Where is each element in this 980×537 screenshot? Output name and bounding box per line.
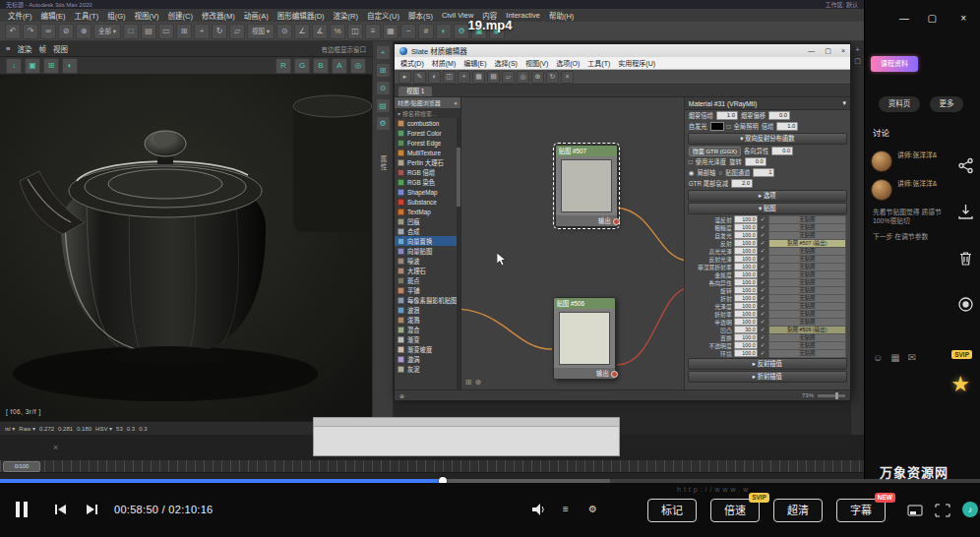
map-amount-field[interactable]: 100.0: [734, 270, 758, 279]
map-slot-button[interactable]: 无贴图: [768, 349, 846, 358]
slate-menu-item[interactable]: 模式(D): [400, 58, 424, 68]
next-button[interactable]: [87, 505, 97, 514]
move-children-icon[interactable]: +: [458, 71, 470, 84]
browser-map-item[interactable]: RGB 倍增: [395, 167, 460, 177]
map-enable-checkbox[interactable]: ✓: [760, 342, 766, 348]
map-enable-checkbox[interactable]: ✓: [760, 327, 766, 332]
monochrome-icon[interactable]: ◎: [350, 58, 366, 74]
settings-icon[interactable]: ⚙: [376, 116, 391, 131]
map-enable-checkbox[interactable]: ✓: [760, 264, 766, 269]
map-enable-checkbox[interactable]: ✓: [760, 248, 766, 254]
browser-map-item[interactable]: 波浪: [395, 305, 460, 315]
material-selector[interactable]: Material #31 (VRayMtl) ▾: [685, 97, 850, 110]
maps-rollout[interactable]: ▾ 贴图: [688, 203, 847, 214]
map-node-506[interactable]: 贴图 #506 输出: [553, 297, 616, 380]
subtitle-button[interactable]: 字幕NEW: [836, 499, 886, 522]
user-avatar[interactable]: [871, 179, 892, 201]
pick-material-icon[interactable]: ✎: [413, 71, 426, 84]
map-amount-field[interactable]: 100.0: [734, 239, 758, 248]
reflect-interp-rollout[interactable]: ▸ 反射插值: [688, 358, 847, 370]
map-amount-field[interactable]: 30.0: [734, 326, 758, 334]
map-enable-checkbox[interactable]: ✓: [760, 216, 766, 222]
channel-alpha-icon[interactable]: A: [332, 58, 347, 74]
command-panel-icon[interactable]: ▢: [854, 57, 861, 65]
node-507-title[interactable]: 贴图 #507: [556, 146, 617, 156]
map-amount-field[interactable]: 100.0: [734, 318, 758, 327]
refract-interp-rollout[interactable]: ▸ 折射插值: [688, 371, 847, 383]
layout-children-icon[interactable]: ▤: [487, 71, 500, 84]
layout-all-icon[interactable]: ▦: [472, 71, 485, 84]
fog-bias-field[interactable]: 0.0: [768, 111, 790, 120]
map-enable-checkbox[interactable]: ✓: [760, 334, 766, 340]
share-icon[interactable]: [957, 157, 974, 174]
slate-menu-item[interactable]: 选择(S): [495, 58, 518, 68]
browser-map-item[interactable]: Substance: [395, 197, 460, 207]
promo-banner[interactable]: 课程资料: [871, 56, 918, 72]
brdf-rollout[interactable]: ▾ 双向反射分布函数: [688, 133, 847, 145]
map-enable-checkbox[interactable]: ✓: [760, 224, 766, 230]
map-amount-field[interactable]: 100.0: [734, 278, 758, 287]
pan-status-icon[interactable]: ⊕: [399, 392, 404, 399]
channel-red-icon[interactable]: R: [276, 58, 291, 74]
node-506-title[interactable]: 贴图 #506: [554, 298, 615, 309]
sticker-icon[interactable]: ▦: [890, 352, 899, 363]
render-window-menu-icon[interactable]: ≡: [6, 44, 10, 53]
hide-unused-slots-icon[interactable]: ◫: [443, 71, 456, 84]
slate-titlebar[interactable]: Slate 材质编辑器 — ▢ ×: [395, 44, 850, 57]
slate-minimize-button[interactable]: —: [808, 47, 815, 55]
slate-node-view[interactable]: 贴图 #507 输出 贴图 #506 输出 ⊞⊕: [461, 97, 684, 389]
map-enable-checkbox[interactable]: ✓: [760, 303, 766, 309]
map-amount-field[interactable]: 100.0: [734, 215, 758, 224]
browser-search[interactable]: ▾ 按名称搜索...: [395, 108, 460, 118]
map-amount-field[interactable]: 100.0: [734, 286, 758, 295]
map-enable-checkbox[interactable]: ✓: [760, 295, 766, 301]
browser-map-item[interactable]: 大理石: [395, 266, 460, 275]
map-enable-checkbox[interactable]: ✓: [760, 350, 766, 356]
map-amount-field[interactable]: 100.0: [734, 294, 758, 303]
map-node-507[interactable]: 贴图 #507 输出: [555, 145, 618, 227]
map-channel-radio[interactable]: ○: [718, 169, 722, 176]
browser-map-item[interactable]: 平铺: [395, 285, 460, 295]
zoom-icon[interactable]: ◎: [517, 71, 529, 84]
browser-map-item[interactable]: Forest Edge: [395, 138, 460, 148]
browser-map-item[interactable]: combustion: [395, 118, 460, 128]
selfillum-mult-field[interactable]: 1.0: [776, 122, 798, 131]
more-tab[interactable]: 更多: [930, 96, 963, 112]
channel-blue-icon[interactable]: B: [313, 58, 329, 74]
local-axis-radio[interactable]: ◉: [689, 169, 695, 177]
quality-button[interactable]: 超清: [773, 499, 823, 522]
map-enable-checkbox[interactable]: ✓: [760, 319, 766, 325]
options-rollout[interactable]: ▸ 选项: [688, 190, 847, 202]
map-enable-checkbox[interactable]: ✓: [760, 240, 766, 246]
browser-map-item[interactable]: 灰泥: [395, 364, 460, 374]
use-glossiness-checkbox[interactable]: □: [689, 158, 693, 165]
browser-map-item[interactable]: 凹痕: [395, 216, 460, 226]
map-enable-checkbox[interactable]: ✓: [760, 256, 766, 262]
browser-map-item[interactable]: 渐变坡度: [395, 344, 460, 354]
map-amount-field[interactable]: 100.0: [734, 341, 758, 350]
playlist-icon[interactable]: ≡: [563, 504, 569, 514]
emoji-icon[interactable]: ☺: [873, 352, 883, 363]
browser-close-icon[interactable]: ×: [454, 100, 458, 106]
browser-map-item[interactable]: Forest Color: [395, 128, 460, 138]
map-amount-field[interactable]: 100.0: [734, 231, 758, 240]
browser-map-item[interactable]: 每像素摄影机贴图: [395, 295, 460, 305]
zoom-slider[interactable]: [818, 394, 845, 397]
time-slider-handle[interactable]: 0/100: [3, 461, 40, 472]
map-enable-checkbox[interactable]: ✓: [760, 271, 766, 277]
command-plus-icon[interactable]: +: [855, 46, 859, 53]
browser-map-item[interactable]: 渐变: [395, 334, 460, 344]
node-506-output-socket[interactable]: 输出: [554, 368, 615, 379]
brdf-type-dropdown[interactable]: 微面 GTR (GGX): [689, 147, 741, 156]
delete-selected-icon[interactable]: ×: [561, 71, 574, 84]
channel-green-icon[interactable]: G: [294, 58, 310, 74]
previous-button[interactable]: [55, 505, 66, 514]
anisotropy-field[interactable]: 0.0: [771, 147, 793, 155]
zoom-extents-icon[interactable]: ▱: [502, 71, 515, 84]
copy-image-icon[interactable]: ▣: [25, 58, 40, 74]
render-tab[interactable]: 渲染: [17, 43, 31, 54]
window-close-button[interactable]: ×: [960, 13, 966, 24]
layers-icon[interactable]: ▤: [376, 98, 391, 113]
browser-map-item[interactable]: 斑点: [395, 275, 460, 285]
volume-icon[interactable]: [531, 503, 547, 518]
